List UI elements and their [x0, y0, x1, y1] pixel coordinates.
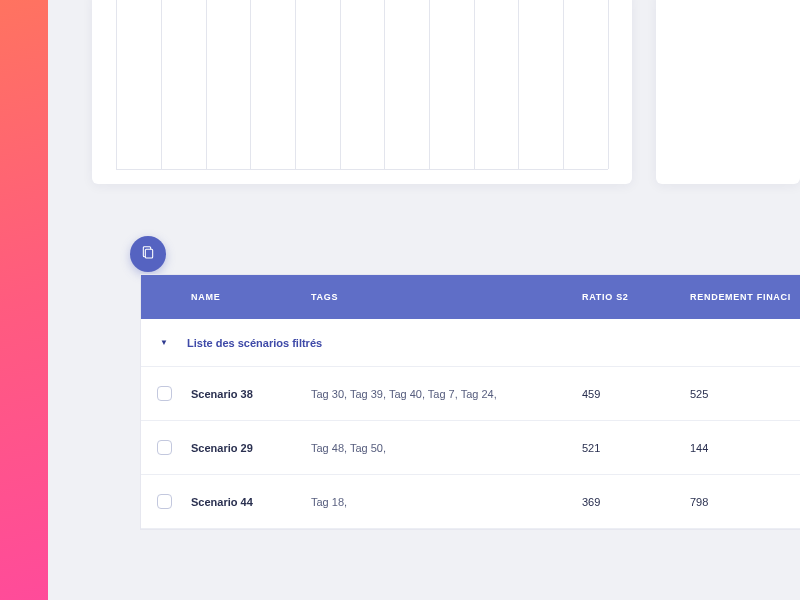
cell-rendement: 525	[690, 388, 800, 400]
copy-fab[interactable]	[130, 236, 166, 272]
cell-name[interactable]: Scenario 29	[187, 442, 311, 454]
copy-icon	[140, 244, 156, 264]
th-tags[interactable]: TAGS	[311, 292, 582, 302]
cell-ratio: 521	[582, 442, 690, 454]
cell-rendement: 798	[690, 496, 800, 508]
cell-tags: Tag 48, Tag 50,	[311, 442, 582, 454]
table-row: Scenario 29 Tag 48, Tag 50, 521 144	[141, 421, 800, 475]
caret-down-icon: ▼	[141, 338, 187, 347]
cell-rendement: 144	[690, 442, 800, 454]
table-row: Scenario 38 Tag 30, Tag 39, Tag 40, Tag …	[141, 367, 800, 421]
chart-card-side	[656, 0, 800, 184]
sidebar-gradient	[0, 0, 48, 600]
main-content: NAME TAGS RATIO S2 RENDEMENT FINACI ▼ Li…	[48, 0, 800, 600]
row-checkbox[interactable]	[157, 494, 172, 509]
th-name[interactable]: NAME	[187, 292, 311, 302]
scenario-table: NAME TAGS RATIO S2 RENDEMENT FINACI ▼ Li…	[140, 274, 800, 530]
cell-tags: Tag 18,	[311, 496, 582, 508]
group-label: Liste des scénarios filtrés	[187, 337, 322, 349]
row-checkbox[interactable]	[157, 440, 172, 455]
cell-tags: Tag 30, Tag 39, Tag 40, Tag 7, Tag 24,	[311, 388, 582, 400]
table-header: NAME TAGS RATIO S2 RENDEMENT FINACI	[141, 275, 800, 319]
cell-ratio: 369	[582, 496, 690, 508]
cell-name[interactable]: Scenario 44	[187, 496, 311, 508]
th-ratio[interactable]: RATIO S2	[582, 292, 690, 302]
chart-card-main	[92, 0, 632, 184]
table-group-row[interactable]: ▼ Liste des scénarios filtrés	[141, 319, 800, 367]
table-row: Scenario 44 Tag 18, 369 798	[141, 475, 800, 529]
cell-ratio: 459	[582, 388, 690, 400]
chart-grid	[116, 0, 608, 170]
row-checkbox[interactable]	[157, 386, 172, 401]
svg-rect-0	[145, 249, 152, 258]
cell-name[interactable]: Scenario 38	[187, 388, 311, 400]
th-rendement[interactable]: RENDEMENT FINACI	[690, 292, 800, 302]
chart-cards-row	[48, 0, 800, 192]
